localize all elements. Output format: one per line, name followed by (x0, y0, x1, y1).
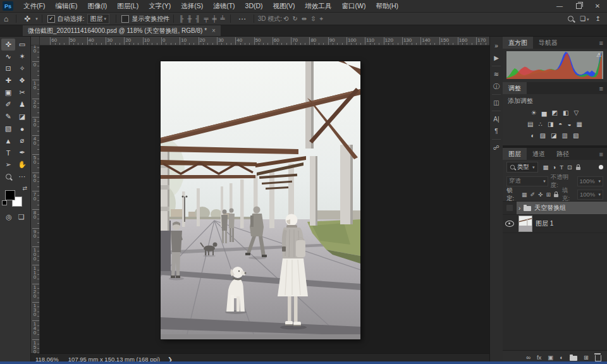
roll-3d-icon[interactable]: ↻ (292, 15, 297, 23)
character-icon[interactable]: A| (490, 113, 503, 125)
filter-toggle[interactable] (599, 165, 603, 169)
share-button[interactable]: ↥ (596, 15, 601, 22)
color-balance-icon[interactable]: ∴ (539, 121, 543, 128)
opacity-dropdown[interactable]: 100% ▾ (577, 176, 604, 186)
new-adjustment-icon[interactable]: ◐ (560, 354, 563, 361)
filter-shape-layers-icon[interactable]: ⊡ (567, 164, 572, 171)
layer-style-icon[interactable]: fx (537, 354, 541, 361)
levels-icon[interactable]: ▅ (542, 109, 547, 116)
layer-filter-dropdown[interactable]: 类型 ▾ (506, 162, 538, 173)
layer-row[interactable]: 图层 1 (503, 215, 607, 233)
vertical-ruler[interactable]: 1001020304050607080901001101201301401501… (31, 46, 40, 353)
brush-tool[interactable]: ✐ (1, 99, 15, 111)
hand-tool[interactable]: ✋ (15, 159, 29, 171)
hue-saturation-icon[interactable]: ▤ (527, 121, 533, 128)
brightness-contrast-icon[interactable]: ☀ (531, 109, 537, 116)
layer-thumbnail[interactable] (518, 215, 532, 232)
workspace-switcher-button[interactable]: ❏▾ (580, 15, 589, 22)
path-select-tool[interactable]: ➢ (1, 159, 15, 171)
posterize-icon[interactable]: ▨ (540, 132, 546, 139)
show-transform-checkbox[interactable] (121, 15, 129, 23)
menu-item-11[interactable]: 帮助(H) (371, 2, 404, 11)
selective-color-icon[interactable]: ▧ (573, 132, 579, 139)
paragraph-icon[interactable]: ¶ (490, 125, 503, 137)
tab-navigator[interactable]: 导航器 (533, 37, 563, 49)
screen-mode-button[interactable]: ❏ (18, 213, 25, 221)
panel-menu-icon[interactable]: ≡ (596, 82, 607, 94)
menu-item-10[interactable]: 窗口(W) (337, 2, 371, 11)
layer-row-body[interactable]: ›天空替换组 (517, 202, 607, 214)
blur-tool[interactable]: ● (15, 123, 29, 135)
lock-all-icon[interactable] (554, 194, 558, 197)
move-tool[interactable]: ✜ (1, 39, 15, 51)
document-canvas[interactable] (161, 61, 360, 339)
current-tool-icon[interactable]: ✜ (20, 15, 34, 23)
magic-wand-tool[interactable]: ✶ (15, 51, 29, 63)
expand-panels-icon[interactable]: » (490, 40, 503, 52)
properties-icon[interactable]: ≋ (490, 68, 503, 80)
auto-select-dropdown[interactable]: 图层 ▾ (87, 14, 110, 24)
align-center-v-icon[interactable]: ╪ (212, 15, 217, 22)
filter-type-layers-icon[interactable]: T (560, 164, 563, 171)
orbit-3d-icon[interactable]: ⟲ (283, 15, 288, 23)
lock-transparency-icon[interactable]: ▦ (522, 191, 527, 198)
libraries-icon[interactable]: ◫ (490, 97, 503, 109)
blend-mode-dropdown[interactable]: 穿透 ▾ (506, 176, 548, 186)
black-white-icon[interactable]: ◨ (548, 121, 553, 128)
invert-icon[interactable]: ◐ (531, 132, 535, 139)
quick-mask-button[interactable]: ◎ (6, 213, 12, 221)
info-icon[interactable]: ⓘ (490, 80, 503, 92)
auto-select-checkbox[interactable]: ✓ (47, 15, 55, 23)
tab-图层[interactable]: 图层 (503, 148, 527, 160)
menu-item-1[interactable]: 编辑(E) (50, 2, 82, 11)
warning-icon[interactable]: ⚠ (596, 52, 601, 58)
lock-artboard-icon[interactable]: ⊞ (546, 191, 551, 198)
menu-item-7[interactable]: 3D(D) (240, 2, 268, 11)
add-mask-icon[interactable]: ▣ (548, 354, 553, 361)
gradient-map-icon[interactable]: ▥ (562, 132, 568, 139)
minimize-button[interactable]: — (550, 0, 569, 12)
close-button[interactable]: ✕ (588, 0, 607, 12)
home-icon[interactable]: ⌂ (0, 15, 12, 23)
pen-tool[interactable]: ✒ (15, 147, 29, 159)
vibrance-icon[interactable]: ▽ (573, 109, 579, 116)
swap-colors-icon[interactable]: ⇄ (22, 185, 27, 191)
align-top-icon[interactable]: ╤ (204, 15, 208, 22)
expander-icon[interactable]: › (518, 205, 520, 212)
tab-histogram[interactable]: 直方图 (503, 37, 533, 49)
slice-tool[interactable]: ✂ (15, 87, 29, 99)
dodge-tool[interactable]: ⌀ (15, 135, 29, 147)
canvas-pasteboard[interactable] (40, 46, 489, 353)
panel-menu-icon[interactable]: ≡ (596, 148, 607, 160)
threshold-icon[interactable]: ◪ (551, 132, 556, 139)
slide-3d-icon[interactable]: ⇳ (310, 15, 316, 23)
filter-smart-objects-icon[interactable] (576, 167, 580, 170)
menu-item-5[interactable]: 选择(S) (176, 2, 208, 11)
patch-tool[interactable]: ❖ (15, 75, 29, 87)
clone-stamp-tool[interactable]: ♟ (15, 99, 29, 111)
menu-item-2[interactable]: 图像(I) (82, 2, 112, 11)
share-icon[interactable]: ☍ (490, 142, 503, 154)
tool-preset-caret-icon[interactable]: ▾ (35, 16, 38, 21)
exposure-icon[interactable]: ◧ (563, 109, 568, 116)
tab-adjustments[interactable]: 调整 (503, 82, 527, 94)
restore-button[interactable] (569, 0, 588, 12)
filter-adjustment-layers-icon[interactable]: ◑ (553, 164, 556, 171)
default-colors-icon[interactable] (2, 200, 7, 205)
menu-item-6[interactable]: 滤镜(T) (208, 2, 240, 11)
visibility-toggle[interactable] (503, 202, 517, 214)
channel-mixer-icon[interactable]: ◒ (567, 121, 571, 128)
gradient-tool[interactable]: ▧ (1, 123, 15, 135)
panel-menu-icon[interactable]: ≡ (596, 37, 607, 49)
tab-路径[interactable]: 路径 (551, 148, 575, 160)
curves-icon[interactable]: ◩ (552, 109, 558, 116)
lock-position-icon[interactable]: ✜ (538, 191, 543, 198)
fill-dropdown[interactable]: 100% ▾ (577, 190, 603, 200)
menu-item-8[interactable]: 视图(V) (268, 2, 300, 11)
new-group-icon[interactable] (570, 356, 577, 361)
menu-item-3[interactable]: 图层(L) (112, 2, 144, 11)
more-options-icon[interactable]: ⋯ (235, 15, 250, 23)
camera-3d-icon[interactable]: ⌖ (320, 15, 324, 23)
spot-healing-tool[interactable]: ✚ (1, 75, 15, 87)
search-icon[interactable] (568, 16, 573, 21)
